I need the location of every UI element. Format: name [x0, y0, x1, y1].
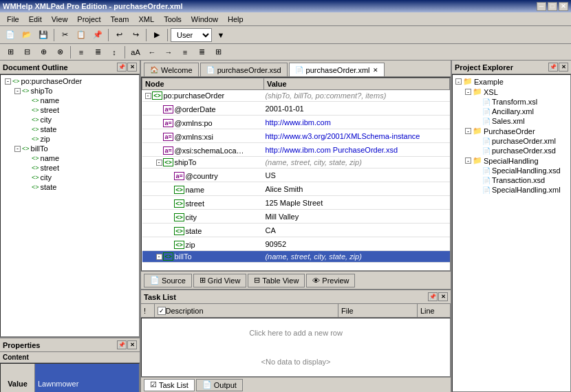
proj-expand-icon[interactable]: -: [465, 128, 471, 134]
tb2-btn10[interactable]: →: [161, 45, 176, 59]
expand-icon[interactable]: -: [145, 93, 151, 99]
outline-node[interactable]: <> name: [2, 96, 138, 105]
outline-expand-icon[interactable]: -: [5, 78, 11, 85]
table-row[interactable]: -<>shipTo(name, street, city, state, zip…: [142, 157, 450, 168]
outline-node[interactable]: <> zip: [2, 134, 138, 144]
menu-item-tools[interactable]: Tools: [160, 14, 186, 24]
table-row[interactable]: <>stateCA: [142, 224, 450, 237]
outline-node[interactable]: <> street: [2, 163, 138, 173]
expand-icon[interactable]: -: [156, 160, 162, 166]
menu-item-project[interactable]: Project: [73, 14, 105, 24]
task-pin-btn[interactable]: 📌: [428, 292, 438, 301]
table-row[interactable]: -<>billTo(name, street, city, state, zip…: [142, 251, 450, 263]
xml-view[interactable]: Node Value -<>po:purchaseOrder(shipTo, b…: [141, 77, 451, 271]
outline-node[interactable]: -<> shipTo: [2, 86, 138, 96]
doc-tab-1[interactable]: 📄purchaseOrder.xsd: [200, 63, 288, 76]
menu-item-view[interactable]: View: [47, 14, 72, 24]
redo-button[interactable]: ↪: [128, 28, 143, 42]
copy-button[interactable]: 📋: [74, 28, 89, 42]
task-close-btn[interactable]: ✕: [438, 292, 448, 301]
table-row[interactable]: a=@orderDate2001-01-01: [142, 102, 450, 116]
outline-node[interactable]: <> state: [2, 124, 138, 134]
add-row-hint[interactable]: Click here to add a new row: [249, 329, 343, 337]
properties-pin-btn[interactable]: 📌: [117, 340, 127, 349]
outline-node[interactable]: <> state: [2, 182, 138, 192]
save-button[interactable]: 💾: [36, 28, 51, 42]
tb2-btn8[interactable]: aA: [128, 45, 143, 59]
value-field[interactable]: Lawnmower: [35, 364, 139, 392]
table-row[interactable]: <>nameAlice Smith: [142, 182, 450, 196]
doc-tab-2[interactable]: 📄purchaseOrder.xml✕: [289, 63, 385, 76]
proj-node[interactable]: -📁 XSL: [454, 87, 569, 97]
proj-node[interactable]: 📄 Ancillary.xml: [454, 107, 569, 116]
properties-close-btn[interactable]: ✕: [127, 340, 137, 349]
proj-pin-btn[interactable]: 📌: [548, 63, 558, 72]
tab-close-2[interactable]: ✕: [373, 67, 378, 74]
table-row[interactable]: a=@countryUS: [142, 168, 450, 182]
expand-icon[interactable]: -: [156, 254, 162, 260]
tb2-btn6[interactable]: ≣: [90, 45, 105, 59]
proj-node[interactable]: -📁 SpecialHandling: [454, 155, 569, 166]
tb2-btn13[interactable]: ⊞: [211, 45, 226, 59]
table-row[interactable]: -<>po:purchaseOrder(shipTo, billTo, po:c…: [142, 90, 450, 102]
close-button[interactable]: ✕: [559, 2, 568, 11]
table-row[interactable]: a=@xsi:schemaLoca…http://www.ibm.com Pur…: [142, 143, 450, 157]
proj-expand-icon[interactable]: -: [465, 89, 471, 95]
proj-expand-icon[interactable]: -: [455, 78, 462, 85]
outline-node[interactable]: <> city: [2, 115, 138, 124]
table-row[interactable]: <>street125 Maple Street: [142, 196, 450, 210]
outline-node[interactable]: -<> po:purchaseOrder: [2, 76, 138, 86]
proj-node[interactable]: 📄 Transaction.xsd: [454, 175, 569, 185]
outline-node[interactable]: <> city: [2, 173, 138, 182]
view-tab-source[interactable]: 📄Source: [144, 274, 192, 287]
tb2-btn2[interactable]: ⊟: [19, 45, 34, 59]
proj-node[interactable]: -📁 PurchaseOrder: [454, 126, 569, 136]
tb2-btn12[interactable]: ≣: [194, 45, 209, 59]
minimize-button[interactable]: ─: [537, 2, 546, 11]
table-row[interactable]: a=@xmlns:xsihttp://www.w3.org/2001/XMLSc…: [142, 129, 450, 143]
task-tab-task-list[interactable]: ☑Task List: [144, 379, 195, 391]
menu-item-help[interactable]: Help: [224, 14, 248, 24]
tb2-btn11[interactable]: ≡: [177, 45, 193, 59]
user-arrow[interactable]: ▼: [213, 28, 228, 42]
undo-button[interactable]: ↩: [111, 28, 127, 42]
proj-tree[interactable]: -📁 Example-📁 XSL📄 Transform.xsl📄 Ancilla…: [452, 74, 571, 392]
paste-button[interactable]: 📌: [90, 28, 105, 42]
cut-button[interactable]: ✂: [57, 28, 72, 42]
tb2-btn3[interactable]: ⊕: [36, 45, 51, 59]
menu-item-window[interactable]: Window: [187, 14, 222, 24]
menu-item-file[interactable]: File: [3, 14, 23, 24]
outline-expand-icon[interactable]: -: [14, 88, 21, 94]
task-checkbox[interactable]: ✓: [158, 307, 166, 315]
new-button[interactable]: 📄: [3, 28, 18, 42]
tb2-btn4[interactable]: ⊗: [52, 45, 67, 59]
table-row[interactable]: <>zip90952: [142, 237, 450, 251]
menu-item-xml[interactable]: XML: [135, 14, 159, 24]
menu-item-edit[interactable]: Edit: [25, 14, 46, 24]
view-tab-preview[interactable]: 👁Preview: [306, 274, 355, 287]
proj-node[interactable]: 📄 Transform.xsl: [454, 97, 569, 107]
doc-tab-0[interactable]: 🏠Welcome: [144, 63, 199, 76]
tb2-btn5[interactable]: ≡: [74, 45, 89, 59]
proj-expand-icon[interactable]: -: [465, 157, 471, 164]
tb2-btn7[interactable]: ↕: [107, 45, 122, 59]
user-dropdown[interactable]: User: [171, 28, 212, 42]
tb2-btn9[interactable]: ←: [144, 45, 160, 59]
proj-node[interactable]: 📄 purchaseOrder.xsd: [454, 146, 569, 155]
proj-node[interactable]: -📁 Example: [454, 76, 569, 87]
outline-pin-btn[interactable]: 📌: [117, 63, 127, 72]
outline-expand-icon[interactable]: -: [14, 146, 21, 152]
proj-node[interactable]: 📄 SpecialHandling.xml: [454, 185, 569, 195]
view-tab-grid-view[interactable]: ⊞Grid View: [193, 274, 246, 287]
run-button[interactable]: ▶: [149, 28, 164, 42]
table-row[interactable]: a=@xmlns:pohttp://www.ibm.com: [142, 116, 450, 129]
open-button[interactable]: 📂: [19, 28, 34, 42]
outline-node[interactable]: <> name: [2, 153, 138, 163]
outline-node[interactable]: -<> billTo: [2, 144, 138, 153]
proj-close-btn[interactable]: ✕: [559, 63, 568, 72]
proj-node[interactable]: 📄 purchaseOrder.xml: [454, 136, 569, 146]
task-tab-output[interactable]: 📄Output: [196, 379, 243, 391]
view-tab-table-view[interactable]: ⊟Table View: [248, 274, 305, 287]
table-row[interactable]: <>cityMill Valley: [142, 210, 450, 224]
maximize-button[interactable]: □: [548, 2, 557, 11]
